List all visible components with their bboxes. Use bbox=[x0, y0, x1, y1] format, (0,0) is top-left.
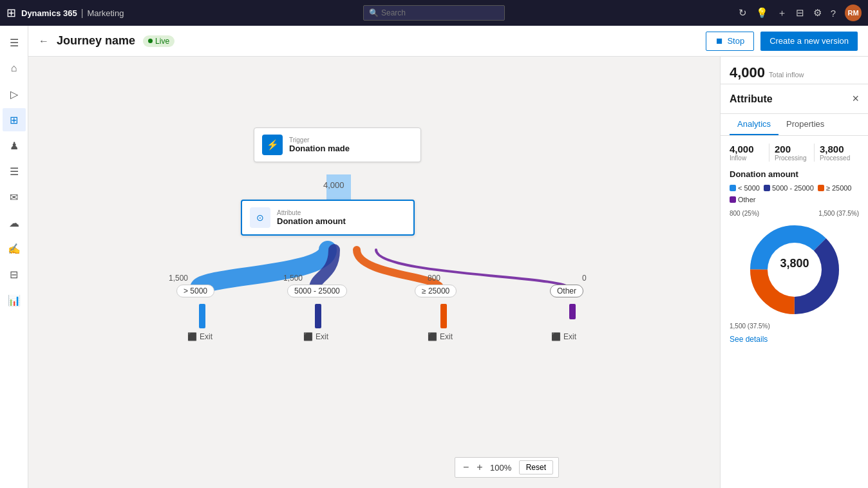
stat-processed-value: 3,800 bbox=[820, 144, 859, 155]
status-text: Live bbox=[155, 37, 169, 46]
main-layout: ☰ ⌂ ▷ ⊞ ♟ ☰ ✉ ☁ ✍ ⊟ 📊 ← Journey name Liv… bbox=[0, 26, 868, 488]
zoom-out-button[interactable]: − bbox=[460, 462, 471, 473]
search-input[interactable] bbox=[381, 8, 499, 17]
sidebar-item-content[interactable]: ✍ bbox=[3, 237, 26, 260]
sidebar-item-menu[interactable]: ☰ bbox=[3, 31, 26, 54]
stat-inflow-value: 4,000 bbox=[730, 144, 769, 155]
filter-icon[interactable]: ⊟ bbox=[796, 7, 804, 19]
trigger-content: Trigger Donation made bbox=[289, 136, 350, 153]
legend-item-ge25000: ≥ 25000 bbox=[818, 184, 852, 192]
branch-count-2: 1,500 bbox=[283, 274, 303, 283]
donut-top-labels: 800 (25%) 1,500 (37.5%) bbox=[730, 210, 859, 217]
brand-name: Dynamics 365 bbox=[21, 8, 77, 18]
sidebar-item-email[interactable]: ✉ bbox=[3, 185, 26, 209]
trigger-icon: ⚡ bbox=[262, 135, 283, 155]
search-bar[interactable]: 🔍 bbox=[363, 5, 505, 21]
sidebar-item-journey[interactable]: ⊞ bbox=[3, 108, 26, 131]
legend-item-other: Other bbox=[730, 196, 756, 203]
svg-point-5 bbox=[768, 243, 822, 297]
total-inflow-value: 4,000 bbox=[730, 64, 765, 81]
sidebar-item-table[interactable]: ⊟ bbox=[3, 263, 26, 286]
flow-count: 4,000 bbox=[323, 180, 344, 190]
sidebar-item-play[interactable]: ▷ bbox=[3, 82, 26, 106]
content-area: ← Journey name Live ⏹ Stop Create a new … bbox=[28, 26, 868, 488]
branch-bar-3 bbox=[440, 304, 447, 328]
branch-label-1: > 5000 bbox=[176, 285, 214, 297]
exit-icon-3: ⬛ bbox=[428, 332, 437, 341]
svg-text:3,800: 3,800 bbox=[780, 257, 809, 270]
branch-label-2: 5000 - 25000 bbox=[287, 285, 347, 297]
stat-processing-value: 200 bbox=[775, 144, 814, 155]
exit-icon-4: ⬛ bbox=[551, 332, 561, 341]
sidebar-item-cloud[interactable]: ☁ bbox=[3, 211, 26, 234]
page-title: Journey name bbox=[57, 34, 135, 48]
stop-icon: ⏹ bbox=[715, 36, 724, 46]
zoom-reset-button[interactable]: Reset bbox=[519, 460, 553, 474]
legend-item-less5000: < 5000 bbox=[730, 184, 760, 192]
panel-content: 4,000 Inflow 200 Processing 3,800 Proces… bbox=[721, 136, 868, 488]
live-dot bbox=[148, 39, 153, 43]
panel-close-button[interactable]: × bbox=[852, 92, 859, 106]
brand: Dynamics 365 | Marketing bbox=[21, 8, 124, 18]
see-details-link[interactable]: See details bbox=[730, 335, 859, 344]
branch-bar-4 bbox=[569, 304, 576, 319]
sidebar-item-segment[interactable]: ♟ bbox=[3, 134, 26, 157]
branch-label-3: ≥ 25000 bbox=[415, 285, 457, 297]
zoom-controls: − + 100% Reset bbox=[455, 457, 559, 478]
stat-inflow-label: Inflow bbox=[730, 155, 769, 162]
legend: < 5000 5000 - 25000 ≥ 25000 Other bbox=[730, 184, 859, 203]
search-icon: 🔍 bbox=[369, 8, 379, 17]
legend-dot-other bbox=[730, 196, 736, 203]
zoom-in-button[interactable]: + bbox=[474, 462, 485, 473]
create-version-button[interactable]: Create a new version bbox=[760, 32, 858, 51]
apps-icon[interactable]: ⊞ bbox=[6, 6, 16, 20]
stat-processed: 3,800 Processed bbox=[814, 144, 859, 162]
back-button[interactable]: ← bbox=[39, 35, 49, 47]
subheader: ← Journey name Live ⏹ Stop Create a new … bbox=[28, 26, 868, 57]
attribute-node[interactable]: ⊙ Attribute Donation amount bbox=[241, 200, 415, 236]
exit-icon-2: ⬛ bbox=[303, 332, 313, 341]
sidebar-item-home[interactable]: ⌂ bbox=[3, 57, 26, 80]
attribute-content: Attribute Donation amount bbox=[277, 209, 346, 226]
branch-bar-1 bbox=[199, 304, 205, 328]
exit-label-3: ⬛ Exit bbox=[428, 332, 453, 341]
canvas-panel-layout: ⚡ Trigger Donation made 4,000 ⊙ Attribut… bbox=[28, 57, 868, 488]
refresh-icon[interactable]: ↻ bbox=[739, 7, 747, 19]
donut-chart: 800 (25%) 1,500 (37.5%) bbox=[730, 210, 859, 330]
legend-item-5000-25000: 5000 - 25000 bbox=[764, 184, 814, 192]
branch-count-1: 1,500 bbox=[169, 274, 188, 283]
donut-svg: 3,800 bbox=[743, 218, 846, 321]
legend-dot-ge25000 bbox=[818, 185, 824, 191]
topbar-actions: ↻ 💡 ＋ ⊟ ⚙ ? RM bbox=[739, 5, 862, 21]
sidebar-item-list[interactable]: ☰ bbox=[3, 160, 26, 183]
donut-top-right-label: 1,500 (37.5%) bbox=[818, 210, 859, 217]
stat-processing: 200 Processing bbox=[769, 144, 814, 162]
stop-button[interactable]: ⏹ Stop bbox=[706, 32, 754, 51]
subheader-actions: ⏹ Stop Create a new version bbox=[706, 32, 858, 51]
settings-icon[interactable]: ⚙ bbox=[813, 7, 822, 19]
flow-svg bbox=[28, 57, 720, 488]
right-panel: 4,000 Total inflow Attribute × Analytics… bbox=[720, 57, 868, 488]
panel-title: Attribute bbox=[730, 93, 773, 105]
attribute-icon: ⊙ bbox=[250, 207, 270, 228]
lightbulb-icon[interactable]: 💡 bbox=[756, 7, 768, 19]
tab-properties[interactable]: Properties bbox=[778, 114, 832, 135]
trigger-name: Donation made bbox=[289, 144, 350, 153]
sidebar-item-analytics[interactable]: 📊 bbox=[3, 288, 26, 312]
tab-analytics[interactable]: Analytics bbox=[730, 114, 778, 135]
status-badge: Live bbox=[143, 35, 175, 47]
zoom-level: 100% bbox=[488, 463, 514, 473]
donut-top-left-label: 800 (25%) bbox=[730, 210, 759, 217]
donut-bottom-left-label: 1,500 (37.5%) bbox=[730, 323, 770, 330]
module-name: Marketing bbox=[87, 8, 124, 18]
avatar[interactable]: RM bbox=[845, 5, 862, 21]
add-icon[interactable]: ＋ bbox=[777, 7, 787, 19]
exit-label-4: ⬛ Exit bbox=[551, 332, 576, 341]
trigger-node[interactable]: ⚡ Trigger Donation made bbox=[254, 127, 421, 162]
exit-icon-1: ⬛ bbox=[187, 332, 197, 341]
exit-label-2: ⬛ Exit bbox=[303, 332, 328, 341]
sidebar: ☰ ⌂ ▷ ⊞ ♟ ☰ ✉ ☁ ✍ ⊟ 📊 bbox=[0, 26, 28, 488]
journey-canvas[interactable]: ⚡ Trigger Donation made 4,000 ⊙ Attribut… bbox=[28, 57, 720, 488]
legend-dot-5000-25000 bbox=[764, 185, 770, 191]
help-icon[interactable]: ? bbox=[831, 8, 836, 19]
